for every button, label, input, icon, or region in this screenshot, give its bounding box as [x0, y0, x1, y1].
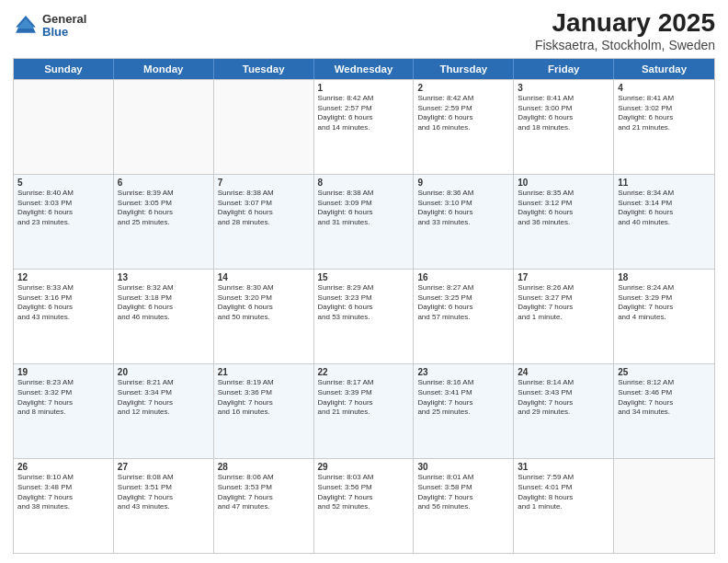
- cal-header-sunday: Sunday: [14, 59, 114, 79]
- day-info: Sunrise: 8:38 AM Sunset: 3:07 PM Dayligh…: [218, 189, 310, 228]
- cal-day-31: 31Sunrise: 7:59 AM Sunset: 4:01 PM Dayli…: [514, 459, 614, 553]
- cal-day-28: 28Sunrise: 8:06 AM Sunset: 3:53 PM Dayli…: [214, 459, 314, 553]
- cal-day-24: 24Sunrise: 8:14 AM Sunset: 3:43 PM Dayli…: [514, 364, 614, 458]
- day-info: Sunrise: 8:42 AM Sunset: 2:59 PM Dayligh…: [417, 94, 509, 133]
- day-number: 14: [218, 272, 310, 282]
- day-number: 9: [417, 178, 509, 188]
- day-info: Sunrise: 8:27 AM Sunset: 3:25 PM Dayligh…: [417, 283, 509, 323]
- cal-week-5: 26Sunrise: 8:10 AM Sunset: 3:48 PM Dayli…: [14, 458, 714, 553]
- header: General Blue January 2025 Fisksaetra, St…: [13, 9, 715, 52]
- day-number: 3: [518, 83, 609, 93]
- cal-day-2: 2Sunrise: 8:42 AM Sunset: 2:59 PM Daylig…: [414, 80, 514, 174]
- day-number: 27: [118, 462, 210, 472]
- day-info: Sunrise: 8:06 AM Sunset: 3:53 PM Dayligh…: [218, 473, 310, 512]
- cal-day-26: 26Sunrise: 8:10 AM Sunset: 3:48 PM Dayli…: [14, 459, 114, 553]
- day-number: 8: [318, 178, 410, 188]
- cal-day-20: 20Sunrise: 8:21 AM Sunset: 3:34 PM Dayli…: [114, 364, 214, 458]
- day-number: 29: [318, 462, 410, 472]
- day-number: 16: [417, 272, 509, 282]
- day-number: 31: [518, 462, 609, 472]
- calendar-header: SundayMondayTuesdayWednesdayThursdayFrid…: [14, 59, 714, 79]
- day-info: Sunrise: 8:41 AM Sunset: 3:02 PM Dayligh…: [618, 94, 711, 133]
- cal-day-23: 23Sunrise: 8:16 AM Sunset: 3:41 PM Dayli…: [414, 364, 514, 458]
- day-number: 21: [218, 367, 310, 377]
- day-info: Sunrise: 8:38 AM Sunset: 3:09 PM Dayligh…: [318, 189, 410, 228]
- day-number: 5: [17, 178, 109, 188]
- cal-day-15: 15Sunrise: 8:29 AM Sunset: 3:23 PM Dayli…: [314, 270, 415, 363]
- cal-day-7: 7Sunrise: 8:38 AM Sunset: 3:07 PM Daylig…: [214, 175, 314, 269]
- cal-day-1: 1Sunrise: 8:42 AM Sunset: 2:57 PM Daylig…: [314, 80, 415, 174]
- cal-week-3: 12Sunrise: 8:33 AM Sunset: 3:16 PM Dayli…: [14, 269, 714, 363]
- day-number: 18: [618, 272, 711, 282]
- day-number: 4: [618, 83, 711, 93]
- calendar: SundayMondayTuesdayWednesdayThursdayFrid…: [13, 58, 715, 554]
- cal-week-1: 1Sunrise: 8:42 AM Sunset: 2:57 PM Daylig…: [14, 79, 714, 174]
- cal-empty-cell: [14, 80, 114, 174]
- cal-day-29: 29Sunrise: 8:03 AM Sunset: 3:56 PM Dayli…: [314, 459, 415, 553]
- day-info: Sunrise: 7:59 AM Sunset: 4:01 PM Dayligh…: [518, 473, 609, 512]
- cal-day-17: 17Sunrise: 8:26 AM Sunset: 3:27 PM Dayli…: [514, 270, 614, 363]
- day-info: Sunrise: 8:01 AM Sunset: 3:58 PM Dayligh…: [417, 473, 509, 512]
- cal-week-4: 19Sunrise: 8:23 AM Sunset: 3:32 PM Dayli…: [14, 363, 714, 458]
- day-number: 13: [118, 272, 210, 282]
- day-info: Sunrise: 8:34 AM Sunset: 3:14 PM Dayligh…: [618, 189, 711, 228]
- cal-empty-cell: [614, 459, 714, 553]
- day-info: Sunrise: 8:14 AM Sunset: 3:43 PM Dayligh…: [518, 378, 609, 418]
- day-info: Sunrise: 8:39 AM Sunset: 3:05 PM Dayligh…: [118, 189, 210, 228]
- cal-header-saturday: Saturday: [614, 59, 714, 79]
- day-info: Sunrise: 8:16 AM Sunset: 3:41 PM Dayligh…: [417, 378, 509, 418]
- day-info: Sunrise: 8:23 AM Sunset: 3:32 PM Dayligh…: [17, 378, 109, 418]
- cal-day-18: 18Sunrise: 8:24 AM Sunset: 3:29 PM Dayli…: [614, 270, 714, 363]
- day-number: 23: [417, 367, 509, 377]
- day-info: Sunrise: 8:30 AM Sunset: 3:20 PM Dayligh…: [218, 283, 310, 323]
- day-info: Sunrise: 8:08 AM Sunset: 3:51 PM Dayligh…: [118, 473, 210, 512]
- day-info: Sunrise: 8:19 AM Sunset: 3:36 PM Dayligh…: [218, 378, 310, 418]
- cal-day-16: 16Sunrise: 8:27 AM Sunset: 3:25 PM Dayli…: [414, 270, 514, 363]
- day-info: Sunrise: 8:17 AM Sunset: 3:39 PM Dayligh…: [318, 378, 410, 418]
- day-number: 12: [17, 272, 109, 282]
- cal-day-22: 22Sunrise: 8:17 AM Sunset: 3:39 PM Dayli…: [314, 364, 415, 458]
- calendar-body: 1Sunrise: 8:42 AM Sunset: 2:57 PM Daylig…: [14, 79, 714, 553]
- day-number: 11: [618, 178, 711, 188]
- cal-day-27: 27Sunrise: 8:08 AM Sunset: 3:51 PM Dayli…: [114, 459, 214, 553]
- cal-day-21: 21Sunrise: 8:19 AM Sunset: 3:36 PM Dayli…: [214, 364, 314, 458]
- logo-icon: [13, 13, 39, 39]
- day-info: Sunrise: 8:24 AM Sunset: 3:29 PM Dayligh…: [618, 283, 711, 323]
- day-number: 28: [218, 462, 310, 472]
- day-number: 6: [118, 178, 210, 188]
- day-info: Sunrise: 8:32 AM Sunset: 3:18 PM Dayligh…: [118, 283, 210, 323]
- day-number: 2: [417, 83, 509, 93]
- day-number: 17: [518, 272, 609, 282]
- cal-day-30: 30Sunrise: 8:01 AM Sunset: 3:58 PM Dayli…: [414, 459, 514, 553]
- cal-day-19: 19Sunrise: 8:23 AM Sunset: 3:32 PM Dayli…: [14, 364, 114, 458]
- day-info: Sunrise: 8:40 AM Sunset: 3:03 PM Dayligh…: [17, 189, 109, 228]
- day-info: Sunrise: 8:21 AM Sunset: 3:34 PM Dayligh…: [118, 378, 210, 418]
- cal-day-9: 9Sunrise: 8:36 AM Sunset: 3:10 PM Daylig…: [414, 175, 514, 269]
- logo-blue-text: Blue: [42, 26, 86, 39]
- logo: General Blue: [13, 13, 86, 40]
- cal-day-3: 3Sunrise: 8:41 AM Sunset: 3:00 PM Daylig…: [514, 80, 614, 174]
- day-info: Sunrise: 8:33 AM Sunset: 3:16 PM Dayligh…: [17, 283, 109, 323]
- cal-week-2: 5Sunrise: 8:40 AM Sunset: 3:03 PM Daylig…: [14, 174, 714, 269]
- title-block: January 2025 Fisksaetra, Stockholm, Swed…: [535, 9, 715, 52]
- logo-general-text: General: [42, 13, 86, 26]
- cal-header-tuesday: Tuesday: [214, 59, 314, 79]
- day-info: Sunrise: 8:42 AM Sunset: 2:57 PM Dayligh…: [318, 94, 410, 133]
- day-info: Sunrise: 8:26 AM Sunset: 3:27 PM Dayligh…: [518, 283, 609, 323]
- page-title: January 2025: [535, 9, 715, 38]
- day-info: Sunrise: 8:12 AM Sunset: 3:46 PM Dayligh…: [618, 378, 711, 418]
- logo-text: General Blue: [42, 13, 86, 40]
- cal-day-13: 13Sunrise: 8:32 AM Sunset: 3:18 PM Dayli…: [114, 270, 214, 363]
- cal-header-thursday: Thursday: [414, 59, 514, 79]
- day-number: 7: [218, 178, 310, 188]
- day-number: 22: [318, 367, 410, 377]
- cal-day-14: 14Sunrise: 8:30 AM Sunset: 3:20 PM Dayli…: [214, 270, 314, 363]
- cal-empty-cell: [214, 80, 314, 174]
- page: General Blue January 2025 Fisksaetra, St…: [0, 0, 728, 563]
- cal-header-wednesday: Wednesday: [314, 59, 415, 79]
- cal-day-8: 8Sunrise: 8:38 AM Sunset: 3:09 PM Daylig…: [314, 175, 415, 269]
- cal-day-12: 12Sunrise: 8:33 AM Sunset: 3:16 PM Dayli…: [14, 270, 114, 363]
- day-number: 1: [318, 83, 410, 93]
- day-number: 30: [417, 462, 509, 472]
- day-number: 15: [318, 272, 410, 282]
